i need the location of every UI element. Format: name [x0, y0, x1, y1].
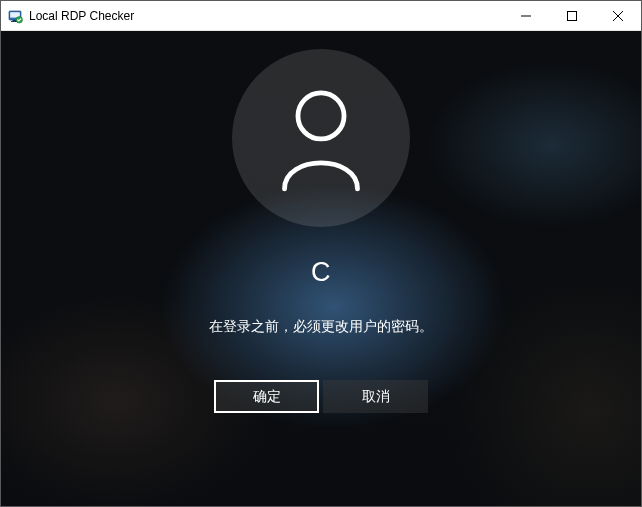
window-controls — [503, 1, 641, 30]
maximize-button[interactable] — [549, 1, 595, 30]
password-change-message: 在登录之前，必须更改用户的密码。 — [209, 318, 433, 336]
svg-point-9 — [298, 93, 344, 139]
close-button[interactable] — [595, 1, 641, 30]
user-avatar — [232, 49, 410, 227]
button-row: 确定 取消 — [214, 380, 428, 413]
cancel-button[interactable]: 取消 — [323, 380, 428, 413]
username-label: C — [311, 257, 331, 288]
minimize-button[interactable] — [503, 1, 549, 30]
titlebar: Local RDP Checker — [1, 1, 641, 31]
app-icon — [7, 8, 23, 24]
svg-rect-6 — [568, 11, 577, 20]
app-window: Local RDP Checker C 在登录之前，必须更改用户的密码。 确定 … — [0, 0, 642, 507]
window-title: Local RDP Checker — [29, 1, 503, 31]
login-screen: C 在登录之前，必须更改用户的密码。 确定 取消 — [1, 31, 641, 506]
ok-button[interactable]: 确定 — [214, 380, 319, 413]
